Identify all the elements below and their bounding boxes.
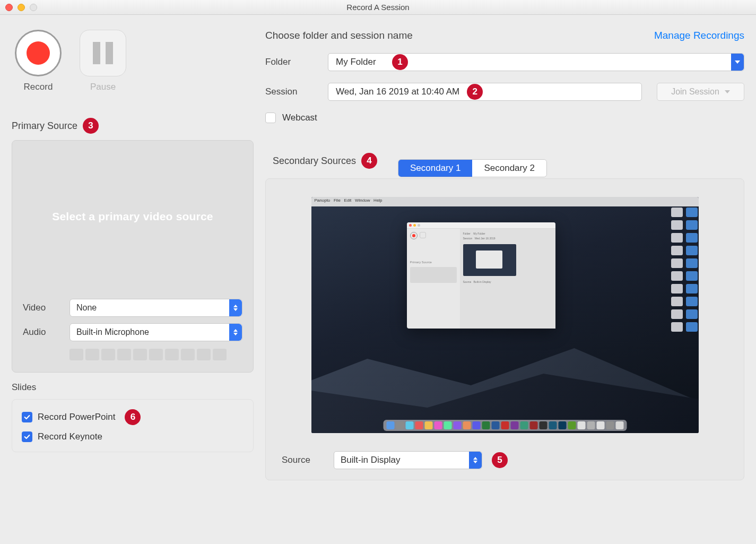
slides-heading: Slides (12, 382, 254, 393)
pause-icon (106, 42, 113, 64)
slides-panel: Record PowerPoint 6 Record Keynote (12, 399, 254, 452)
audio-label: Audio (23, 327, 60, 338)
audio-select-value: Built-in Microphone (76, 327, 229, 337)
preview-inner-window: Primary Source Folder My Folder Session … (407, 222, 555, 329)
record-powerpoint-label: Record PowerPoint (38, 412, 115, 422)
pause-label: Pause (80, 82, 126, 92)
annotation-badge-4: 4 (361, 153, 377, 169)
primary-source-panel: Select a primary video source Video None… (12, 140, 254, 373)
annotation-badge-1: 1 (392, 54, 408, 70)
folder-select[interactable]: My Folder 1 (328, 53, 744, 71)
tab-secondary-2[interactable]: Secondary 2 (472, 160, 546, 177)
chevron-down-icon (725, 90, 730, 93)
check-icon (23, 413, 31, 421)
webcast-checkbox[interactable] (265, 113, 276, 123)
preview-menubar: Panopto File Edit Window Help (311, 197, 699, 206)
annotation-badge-2: 2 (467, 84, 483, 100)
audio-level-meter (69, 349, 242, 360)
source-select-value: Built-in Display (341, 455, 482, 465)
secondary-sources-heading: Secondary Sources (273, 156, 356, 167)
manage-recordings-link[interactable]: Manage Recordings (654, 30, 744, 41)
session-input-value: Wed, Jan 16 2019 at 10:40 AM (336, 87, 459, 97)
join-session-button[interactable]: Join Session (657, 83, 744, 101)
record-keynote-label: Record Keynote (38, 431, 102, 442)
chevron-updown-icon (229, 299, 242, 316)
chevron-down-icon (731, 54, 744, 71)
annotation-badge-5: 5 (492, 452, 508, 468)
secondary-source-panel: Panopto File Edit Window Help Primary So… (265, 178, 744, 480)
folder-select-value: My Folder (336, 57, 376, 67)
audio-select[interactable]: Built-in Microphone (69, 323, 242, 341)
tab-secondary-1[interactable]: Secondary 1 (398, 160, 472, 177)
record-keynote-checkbox[interactable] (22, 431, 32, 442)
video-select[interactable]: None (69, 299, 242, 317)
join-session-label: Join Session (671, 87, 719, 97)
record-label: Record (15, 82, 62, 92)
choose-folder-text: Choose folder and session name (265, 30, 413, 41)
folder-label: Folder (265, 57, 318, 67)
video-select-value: None (76, 303, 229, 313)
display-preview: Panopto File Edit Window Help Primary So… (311, 197, 699, 433)
source-select[interactable]: Built-in Display (334, 451, 482, 469)
pause-button[interactable] (80, 30, 126, 76)
chevron-updown-icon (469, 452, 482, 469)
check-icon (23, 433, 31, 441)
primary-placeholder-text: Select a primary video source (23, 141, 242, 292)
annotation-badge-6: 6 (125, 409, 141, 425)
source-label: Source (282, 455, 324, 465)
session-label: Session (265, 87, 318, 97)
session-input[interactable]: Wed, Jan 16 2019 at 10:40 AM 2 (328, 83, 642, 101)
secondary-tabs: Secondary 1 Secondary 2 (398, 159, 547, 177)
preview-dock (383, 420, 627, 431)
annotation-badge-3: 3 (83, 118, 99, 134)
titlebar: Record A Session (0, 0, 756, 15)
record-button[interactable] (15, 30, 62, 76)
pause-icon (93, 42, 100, 64)
record-powerpoint-checkbox[interactable] (22, 412, 32, 422)
webcast-label: Webcast (282, 113, 317, 123)
window-title: Record A Session (0, 3, 756, 12)
video-label: Video (23, 303, 60, 313)
primary-source-heading: Primary Source (12, 120, 77, 132)
record-icon (27, 41, 50, 65)
chevron-updown-icon (229, 324, 242, 341)
